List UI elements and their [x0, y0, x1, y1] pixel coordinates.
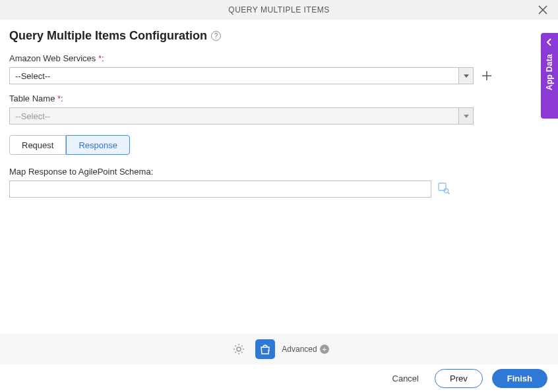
field-aws: Amazon Web Services *: --Select--: [9, 53, 549, 84]
cancel-button[interactable]: Cancel: [386, 370, 425, 387]
app-data-label: App Data: [545, 54, 554, 90]
chevron-left-icon: [547, 38, 552, 47]
svg-text:?: ?: [268, 349, 270, 353]
finish-button[interactable]: Finish: [492, 369, 547, 388]
page-title: Query Multiple Items Configuration ?: [9, 29, 221, 43]
field-map-response: Map Response to AgilePoint Schema:: [9, 167, 549, 198]
chevron-down-icon: [464, 115, 469, 118]
dialog-header: QUERY MULTIPLE ITEMS: [0, 0, 558, 20]
close-button[interactable]: [534, 3, 551, 18]
prev-button[interactable]: Prev: [435, 369, 483, 388]
table-select[interactable]: --Select--: [9, 107, 474, 125]
shopping-bag-icon: ?: [259, 343, 271, 355]
map-response-input[interactable]: [9, 181, 431, 198]
close-icon: [538, 5, 547, 14]
field-map-response-label: Map Response to AgilePoint Schema:: [9, 167, 549, 177]
schema-lookup-icon: [438, 182, 450, 194]
advanced-toggle[interactable]: Advanced +: [282, 345, 328, 354]
page-title-text: Query Multiple Items Configuration: [9, 29, 207, 43]
gear-icon: [232, 343, 245, 356]
shopping-bag-button[interactable]: ?: [255, 339, 275, 359]
chevron-down-icon: [464, 74, 469, 78]
field-aws-label: Amazon Web Services *:: [9, 53, 549, 63]
colon: :: [61, 94, 63, 103]
aws-select-caret[interactable]: [458, 68, 473, 84]
tabs: Request Response: [9, 135, 549, 155]
svg-point-3: [237, 347, 241, 351]
colon: :: [102, 53, 104, 63]
tab-response[interactable]: Response: [66, 135, 130, 155]
field-table-label: Table Name *:: [9, 94, 549, 103]
table-select-caret[interactable]: [458, 108, 473, 124]
field-aws-label-text: Amazon Web Services: [9, 53, 96, 63]
field-table-row: --Select--: [9, 107, 549, 125]
field-table: Table Name *: --Select--: [9, 94, 549, 125]
aws-select[interactable]: --Select--: [9, 67, 474, 84]
tab-request[interactable]: Request: [9, 135, 66, 155]
field-map-response-row: [9, 181, 549, 198]
advanced-label-text: Advanced: [282, 345, 317, 354]
field-aws-row: --Select--: [9, 67, 549, 84]
dialog-footer: Cancel Prev Finish: [0, 364, 558, 392]
field-table-label-text: Table Name: [9, 94, 55, 103]
plus-icon: [481, 70, 492, 81]
settings-button[interactable]: [229, 339, 249, 359]
add-aws-button[interactable]: [480, 69, 493, 82]
table-select-value: --Select--: [10, 108, 458, 124]
schema-lookup-button[interactable]: [438, 182, 450, 196]
dialog-title: QUERY MULTIPLE ITEMS: [228, 5, 329, 14]
toolbar: ? Advanced +: [0, 334, 558, 364]
aws-select-value: --Select--: [10, 68, 458, 84]
svg-line-2: [448, 192, 450, 194]
plus-circle-icon: +: [320, 345, 329, 354]
dialog-content: Query Multiple Items Configuration ? Ama…: [0, 20, 558, 334]
app-data-panel-toggle[interactable]: App Data: [541, 33, 558, 119]
help-icon[interactable]: ?: [211, 31, 221, 41]
